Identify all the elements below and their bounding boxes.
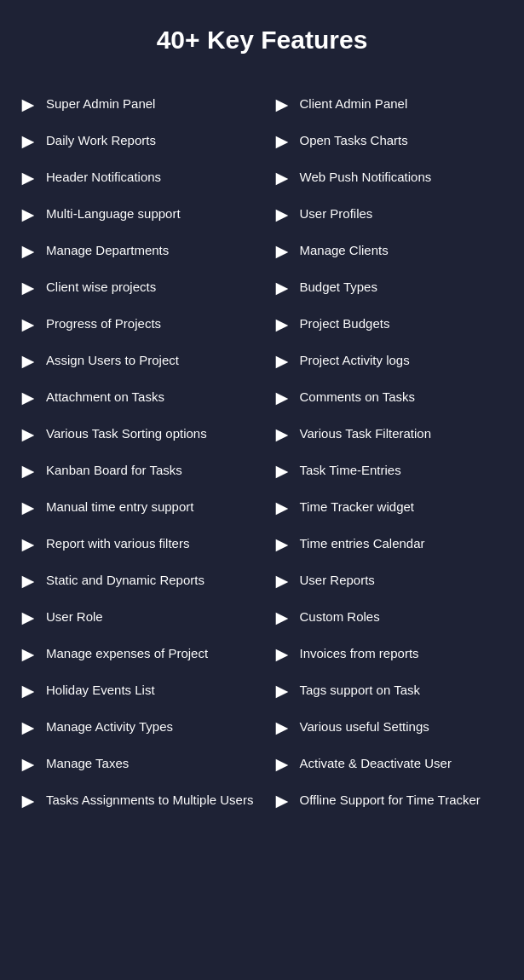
- arrow-icon: [19, 243, 37, 262]
- feature-item-various-useful-settings: Various useful Settings: [262, 710, 516, 747]
- svg-marker-16: [22, 393, 35, 406]
- svg-marker-15: [275, 356, 288, 369]
- feature-label-manage-taxes: Manage Taxes: [46, 755, 129, 772]
- feature-label-header-notifications: Header Notifications: [46, 169, 161, 186]
- arrow-icon: [273, 793, 291, 811]
- arrow-icon: [273, 646, 291, 665]
- feature-item-manage-taxes: Manage Taxes: [9, 747, 262, 783]
- feature-item-manage-activity-types: Manage Activity Types: [9, 710, 262, 747]
- feature-label-various-task-filteration: Various Task Filteration: [300, 425, 432, 442]
- feature-label-web-push-notifications: Web Push Notifications: [300, 169, 432, 186]
- feature-item-kanban-board-for-tasks: Kanban Board for Tasks: [9, 453, 262, 490]
- feature-item-manage-clients: Manage Clients: [262, 233, 516, 270]
- feature-item-invoices-from-reports: Invoices from reports: [262, 637, 516, 673]
- feature-item-attachment-on-tasks: Attachment on Tasks: [9, 380, 262, 417]
- feature-label-assign-users-to-project: Assign Users to Project: [46, 352, 179, 369]
- feature-label-report-with-various-filters: Report with various filters: [46, 535, 189, 552]
- feature-item-multi-language-support: Multi-Language support: [9, 197, 262, 233]
- svg-marker-27: [275, 576, 288, 589]
- feature-item-activate-deactivate-user: Activate & Deactivate User: [262, 747, 516, 783]
- feature-item-tasks-assignments-to-multiple-users: Tasks Assignments to Multiple Users: [9, 783, 262, 820]
- feature-item-user-profiles: User Profiles: [262, 197, 516, 233]
- arrow-icon: [19, 206, 37, 225]
- svg-marker-28: [22, 613, 35, 625]
- feature-item-time-tracker-widget: Time Tracker widget: [262, 490, 516, 527]
- arrow-icon: [19, 96, 37, 115]
- svg-marker-19: [275, 429, 288, 442]
- svg-marker-37: [275, 759, 288, 772]
- feature-item-super-admin-panel: Super Admin Panel: [9, 87, 262, 124]
- arrow-icon: [19, 573, 37, 591]
- feature-label-open-tasks-charts: Open Tasks Charts: [300, 132, 408, 149]
- arrow-icon: [19, 170, 37, 188]
- feature-label-client-admin-panel: Client Admin Panel: [300, 95, 408, 112]
- arrow-icon: [19, 683, 37, 701]
- feature-label-time-tracker-widget: Time Tracker widget: [300, 499, 414, 516]
- feature-label-activate-deactivate-user: Activate & Deactivate User: [300, 755, 452, 772]
- svg-marker-32: [22, 686, 35, 699]
- arrow-icon: [19, 426, 37, 445]
- arrow-icon: [19, 389, 37, 408]
- feature-item-progress-of-projects: Progress of Projects: [9, 307, 262, 343]
- feature-label-daily-work-reports: Daily Work Reports: [46, 132, 156, 149]
- arrow-icon: [273, 463, 291, 481]
- feature-item-offline-support-for-time-tracker: Offline Support for Time Tracker: [262, 783, 516, 820]
- arrow-icon: [19, 719, 37, 738]
- feature-item-task-time-entries: Task Time-Entries: [262, 453, 516, 490]
- feature-item-client-wise-projects: Client wise projects: [9, 270, 262, 307]
- svg-marker-13: [275, 320, 288, 332]
- svg-marker-7: [275, 210, 288, 222]
- arrow-icon: [19, 353, 37, 372]
- arrow-icon: [19, 133, 37, 152]
- svg-marker-26: [22, 576, 35, 589]
- arrow-icon: [19, 756, 37, 775]
- svg-marker-38: [22, 796, 35, 809]
- feature-item-project-budgets: Project Budgets: [262, 307, 516, 343]
- feature-item-custom-roles: Custom Roles: [262, 600, 516, 637]
- arrow-icon: [19, 463, 37, 481]
- feature-label-manage-activity-types: Manage Activity Types: [46, 718, 173, 735]
- feature-item-client-admin-panel: Client Admin Panel: [262, 87, 516, 124]
- feature-label-holiday-events-list: Holiday Events List: [46, 682, 155, 699]
- arrow-icon: [273, 96, 291, 115]
- feature-item-user-reports: User Reports: [262, 563, 516, 600]
- feature-label-kanban-board-for-tasks: Kanban Board for Tasks: [46, 462, 182, 479]
- feature-item-manage-expenses-of-project: Manage expenses of Project: [9, 637, 262, 673]
- feature-label-project-activity-logs: Project Activity logs: [300, 352, 410, 369]
- svg-marker-6: [22, 210, 35, 222]
- arrow-icon: [19, 499, 37, 518]
- arrow-icon: [19, 646, 37, 665]
- svg-marker-4: [22, 173, 35, 186]
- arrow-icon: [273, 353, 291, 372]
- feature-label-tags-support-on-task: Tags support on Task: [300, 682, 420, 699]
- arrow-icon: [273, 719, 291, 738]
- feature-item-manual-time-entry-support: Manual time entry support: [9, 490, 262, 527]
- feature-label-progress-of-projects: Progress of Projects: [46, 315, 161, 332]
- feature-label-offline-support-for-time-tracker: Offline Support for Time Tracker: [300, 792, 481, 809]
- feature-label-various-useful-settings: Various useful Settings: [300, 718, 429, 735]
- feature-label-comments-on-tasks: Comments on Tasks: [300, 389, 416, 406]
- feature-label-user-profiles: User Profiles: [300, 205, 373, 222]
- feature-label-budget-types: Budget Types: [300, 279, 377, 296]
- arrow-icon: [273, 756, 291, 775]
- feature-label-user-role: User Role: [46, 608, 103, 625]
- arrow-icon: [273, 280, 291, 298]
- svg-marker-9: [275, 246, 288, 259]
- svg-marker-33: [275, 686, 288, 699]
- feature-item-project-activity-logs: Project Activity logs: [262, 343, 516, 380]
- arrow-icon: [19, 609, 37, 628]
- arrow-icon: [19, 280, 37, 298]
- svg-marker-2: [22, 136, 35, 149]
- svg-marker-21: [275, 466, 288, 479]
- svg-marker-0: [22, 100, 35, 112]
- page-title: 40+ Key Features: [9, 17, 515, 63]
- arrow-icon: [273, 426, 291, 445]
- page-container: 40+ Key Features Super Admin Panel Clien…: [0, 0, 524, 845]
- arrow-icon: [273, 316, 291, 335]
- feature-label-manage-expenses-of-project: Manage expenses of Project: [46, 645, 208, 662]
- arrow-icon: [273, 170, 291, 188]
- feature-label-static-and-dynamic-reports: Static and Dynamic Reports: [46, 572, 204, 589]
- feature-item-comments-on-tasks: Comments on Tasks: [262, 380, 516, 417]
- feature-item-budget-types: Budget Types: [262, 270, 516, 307]
- svg-marker-36: [22, 759, 35, 772]
